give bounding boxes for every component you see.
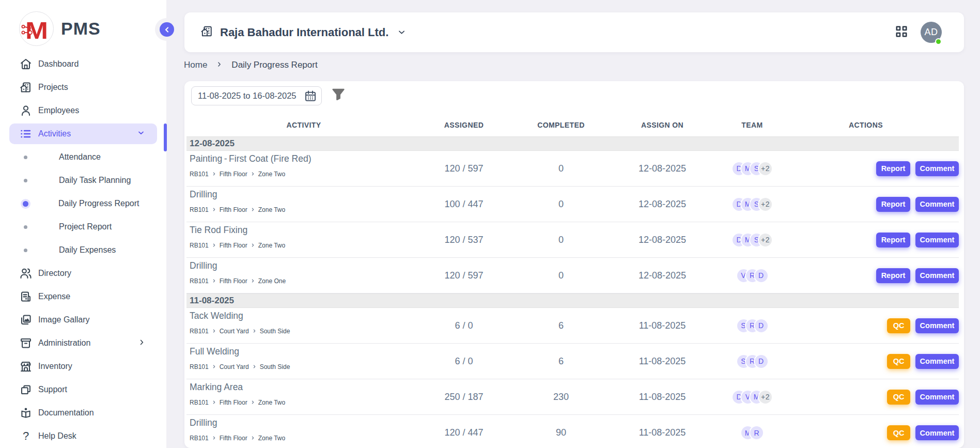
svg-text:M: M (25, 17, 48, 44)
svg-text:?: ? (23, 430, 29, 442)
